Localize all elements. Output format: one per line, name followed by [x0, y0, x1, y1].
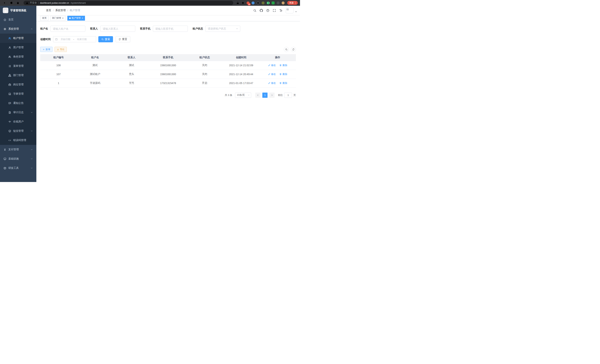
- sidebar-item-dict[interactable]: 字典管理: [0, 89, 36, 99]
- bookmark-star-button[interactable]: [241, 1, 244, 4]
- sidebar-item-role[interactable]: 角色管理: [0, 52, 36, 61]
- content: 租户名 联系人 联系手机 租户状态 请选择租户状态: [36, 21, 300, 182]
- font-size-icon[interactable]: [279, 9, 282, 12]
- search-button[interactable]: 搜索: [98, 36, 113, 42]
- tenant-table: 租户编号 租户名 联系人 联系手机 租户状态 创建时间 操作 108 测试: [40, 54, 296, 88]
- table-row: 1 芋道源码 芋艿 17321315478 开启 2021-01-05 17:0…: [40, 79, 296, 88]
- tag-label: 首页: [42, 17, 47, 20]
- delete-button[interactable]: 删除: [279, 64, 287, 67]
- logo[interactable]: 芋道管理系统: [0, 6, 36, 15]
- sidebar-item-user[interactable]: 用户管理: [0, 43, 36, 52]
- goto-page-input[interactable]: [284, 93, 292, 98]
- sidebar-item-post[interactable]: 岗位管理: [0, 80, 36, 89]
- sidebar-item-audit-log[interactable]: 审计日志: [0, 108, 36, 117]
- contact-input[interactable]: [100, 26, 135, 32]
- fullscreen-icon[interactable]: [273, 9, 276, 12]
- sidebar-item-home[interactable]: 首页: [0, 15, 36, 24]
- app: 芋道管理系统 首页 系统管理 租户管理 用户管理: [0, 6, 300, 182]
- breadcrumb-item-home[interactable]: 首页: [46, 9, 51, 12]
- page-unit-label: 页: [293, 93, 296, 97]
- sidebar-item-system[interactable]: 系统管理: [0, 24, 36, 34]
- sidebar-item-dept[interactable]: 部门管理: [0, 71, 36, 80]
- extension-icon-8[interactable]: [282, 1, 285, 4]
- sidebar-item-notice[interactable]: 通知公告: [0, 99, 36, 108]
- question-icon[interactable]: [266, 9, 269, 12]
- next-page-button[interactable]: [269, 93, 275, 98]
- end-date-input[interactable]: [75, 38, 89, 41]
- github-icon[interactable]: [260, 9, 263, 12]
- edit-icon: [268, 64, 270, 66]
- filter-tenant-name: 租户名: [40, 26, 85, 32]
- update-label: 更新: [289, 1, 294, 4]
- cell-actions: 修改 删除: [259, 61, 296, 70]
- gear-icon: [3, 28, 6, 30]
- sidebar-item-dev-tool[interactable]: 研发工具: [0, 163, 36, 173]
- reload-button[interactable]: [10, 1, 13, 4]
- date-range-picker[interactable]: -: [53, 36, 96, 42]
- edit-button[interactable]: 修改: [268, 64, 276, 67]
- search-icon[interactable]: [253, 9, 256, 12]
- home-button[interactable]: [16, 1, 19, 4]
- extension-icon-7[interactable]: [277, 1, 280, 4]
- search-icon: [101, 38, 104, 40]
- page-1-button[interactable]: 1: [262, 93, 268, 98]
- extension-icon-1[interactable]: 10: [247, 1, 250, 4]
- delete-button[interactable]: 删除: [279, 73, 287, 76]
- sidebar-item-menu[interactable]: 菜单管理: [0, 61, 36, 71]
- edit-button[interactable]: 修改: [268, 73, 276, 76]
- sidebar-item-sms[interactable]: 短信管理: [0, 126, 36, 136]
- delete-label: 删除: [282, 82, 287, 85]
- extension-icon-6[interactable]: [272, 1, 275, 4]
- goto-label: 前往: [278, 93, 283, 97]
- chevron-down-icon: [248, 94, 250, 96]
- page-size-select[interactable]: 10条/页: [235, 93, 251, 98]
- mobile-input[interactable]: [153, 26, 188, 32]
- avatar-caret-icon[interactable]: [295, 11, 297, 13]
- security-warning-icon: [26, 2, 28, 4]
- extension-icon-4[interactable]: [262, 1, 264, 4]
- prev-page-button[interactable]: [255, 93, 261, 98]
- chrome-update-button[interactable]: 更新: [287, 1, 298, 5]
- share-button[interactable]: [236, 1, 239, 4]
- table-refresh-button[interactable]: [291, 47, 296, 52]
- tag-dept[interactable]: 部门管理 ×: [50, 16, 66, 21]
- close-icon[interactable]: ×: [62, 17, 64, 19]
- reset-button[interactable]: 重置: [116, 36, 130, 42]
- sidebar-item-label: 菜单管理: [13, 64, 24, 68]
- filter-form-row-1: 租户名 联系人 联系手机 租户状态 请选择租户状态: [40, 26, 296, 32]
- sidebar-item-label: 审计日志: [13, 111, 24, 114]
- tag-tenant[interactable]: 租户管理 ×: [67, 16, 85, 21]
- create-time-label: 创建时间: [40, 38, 51, 41]
- sidebar-item-tenant[interactable]: 租户管理: [0, 34, 36, 43]
- sidebar-item-infra[interactable]: 基础设施: [0, 154, 36, 163]
- cell-mobile: 17321315478: [150, 79, 187, 88]
- tag-home[interactable]: 首页: [40, 16, 48, 21]
- post-icon: [8, 83, 11, 86]
- breadcrumb-item-system[interactable]: 系统管理: [55, 9, 66, 12]
- url-bar[interactable]: 不安全 dashboard.yudao.iocoder.cn/system/te…: [24, 1, 233, 5]
- add-button[interactable]: 新增: [40, 47, 53, 52]
- edit-button[interactable]: 修改: [268, 82, 276, 85]
- sidebar-item-online-user[interactable]: 在线用户: [0, 117, 36, 126]
- avatar[interactable]: [286, 7, 293, 13]
- back-button[interactable]: [3, 1, 7, 4]
- sidebar-item-error-code[interactable]: 错误码管理: [0, 136, 36, 145]
- extension-icon-2[interactable]: [252, 1, 254, 4]
- cell-tenant-name: 测试: [77, 61, 113, 70]
- export-button[interactable]: 导出: [55, 47, 67, 52]
- close-icon[interactable]: ×: [82, 17, 83, 19]
- online-user-icon: [8, 121, 11, 123]
- pay-icon: [3, 148, 6, 151]
- extension-icon-5[interactable]: [267, 1, 270, 4]
- status-select[interactable]: 请选择租户状态: [205, 26, 240, 32]
- table-search-toggle-button[interactable]: [284, 47, 289, 52]
- table-header-cell: 操作: [259, 54, 296, 61]
- sidebar-toggle-button[interactable]: [39, 9, 43, 12]
- cell-tenant-name: 芋道源码: [77, 79, 113, 88]
- extension-icon-3[interactable]: [257, 1, 260, 4]
- tenant-name-input[interactable]: [50, 26, 85, 32]
- cell-mobile: 15601691300: [150, 70, 187, 79]
- sidebar-item-pay[interactable]: 支付管理: [0, 145, 36, 154]
- start-date-input[interactable]: [59, 38, 72, 41]
- delete-button[interactable]: 删除: [279, 82, 287, 85]
